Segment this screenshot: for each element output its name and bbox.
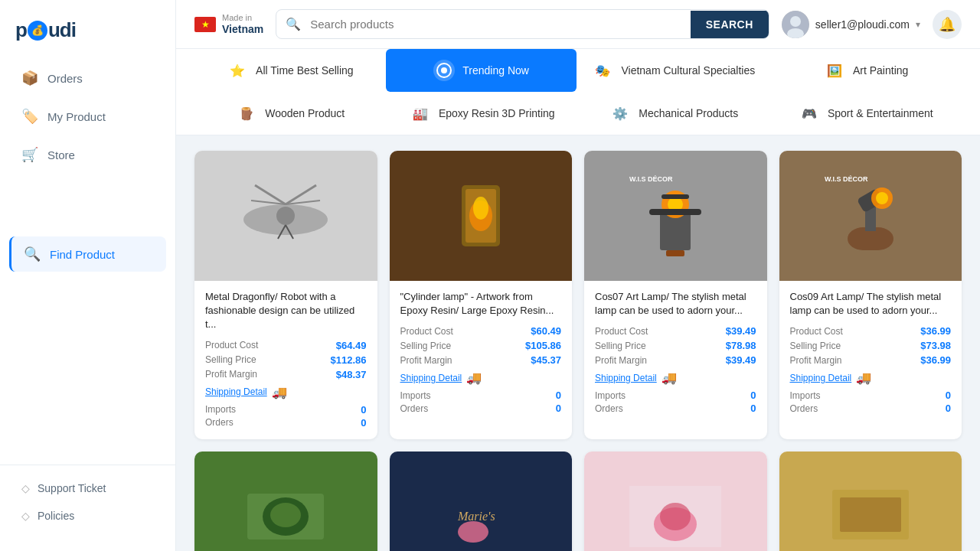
find-product-icon: 🔍: [24, 246, 41, 262]
art-icon: 🖼️: [824, 60, 845, 81]
imports-value-1: 0: [361, 404, 366, 416]
category-sport[interactable]: 🎮 Sport & Entertainment: [770, 92, 962, 135]
category-mechanical[interactable]: ⚙️ Mechanical Products: [578, 92, 770, 135]
user-area[interactable]: seller1@ploudi.com ▾: [782, 11, 920, 38]
content-area: Metal Dragonfly/ Robot with a fashionabl…: [176, 135, 980, 551]
sidebar-item-my-product[interactable]: 🏷️ My Product: [9, 99, 166, 134]
support-label: Support Ticket: [38, 482, 106, 494]
category-vietnam-label: Vietnam Cultural Specialties: [621, 64, 755, 77]
orders-label-1: Orders: [205, 417, 234, 428]
svg-text:Marie's: Marie's: [457, 510, 495, 523]
profit-margin-value-2: $45.37: [531, 354, 561, 366]
star-icon: ⭐: [227, 60, 248, 81]
svg-point-16: [473, 197, 488, 220]
imports-label-3: Imports: [595, 390, 626, 401]
svg-point-32: [270, 503, 301, 527]
svg-point-35: [458, 521, 488, 543]
header: ★ Made in Vietnam 🔍 SEARCH seller1@ploud…: [176, 0, 980, 49]
product-info-4: Cos09 Art Lamp/ The stylish metal lamp c…: [779, 281, 962, 425]
product-image-4: W.I.S DÉCOR: [779, 151, 962, 281]
product-cost-label-1: Product Cost: [205, 340, 258, 350]
store-icon: 🛒: [21, 146, 38, 163]
bottom-product-image-2: Marie's: [390, 452, 573, 551]
sidebar-item-orders[interactable]: 📦 Orders: [9, 60, 166, 96]
user-dropdown-icon: ▾: [916, 19, 920, 30]
shipping-link-1[interactable]: Shipping Detail: [205, 386, 267, 397]
selling-price-value-4: $73.98: [920, 340, 951, 351]
search-input[interactable]: [310, 10, 691, 38]
epoxy-icon: 🏭: [410, 103, 431, 124]
nav-items: 📦 Orders 🏷️ My Product 🛒 Store 🔍 Find Pr…: [0, 60, 175, 465]
category-epoxy[interactable]: 🏭 Epoxy Resin 3D Printing: [387, 92, 579, 135]
policies-icon: ◇: [21, 510, 30, 522]
product-cost-label-4: Product Cost: [790, 326, 843, 337]
made-in-country: Vietnam: [222, 23, 263, 35]
profit-margin-value-3: $39.49: [726, 354, 756, 366]
sport-icon: 🎮: [799, 103, 820, 124]
username: seller1@ploudi.com: [815, 18, 910, 31]
bottom-product-image-1: [194, 452, 377, 551]
imports-value-4: 0: [946, 390, 951, 401]
search-button[interactable]: SEARCH: [691, 11, 769, 38]
product-info-1: Metal Dragonfly/ Robot with a fashionabl…: [194, 281, 377, 439]
category-all-time-label: All Time Best Selling: [256, 64, 354, 77]
shipping-link-3[interactable]: Shipping Detail: [595, 373, 657, 383]
bottom-product-card-1: [194, 452, 377, 551]
mechanical-icon: ⚙️: [609, 103, 631, 124]
shipping-link-2[interactable]: Shipping Detail: [400, 373, 462, 383]
sidebar-footer: ◇ Support Ticket ◇ Policies: [0, 465, 175, 539]
notification-bell[interactable]: 🔔: [933, 10, 962, 39]
product-info-2: "Cylinder lamp" - Artwork from Epoxy Res…: [390, 281, 573, 425]
bottom-product-grid: Marie's: [194, 452, 962, 551]
category-trending-label: Trending Now: [462, 64, 529, 77]
orders-value-4: 0: [946, 403, 951, 414]
sidebar-item-orders-label: Orders: [47, 72, 83, 85]
sidebar: p 💰 udi 📦 Orders 🏷️ My Product 🛒 Store 🔍…: [0, 0, 176, 551]
sidebar-item-policies[interactable]: ◇ Policies: [9, 502, 166, 530]
category-row-1: ⭐ All Time Best Selling Trending Now 🎭 V…: [194, 49, 962, 92]
orders-value-1: 0: [361, 417, 366, 429]
category-trending[interactable]: Trending Now: [386, 49, 577, 92]
vietnam-culture-icon: 🎭: [592, 60, 613, 81]
category-art[interactable]: 🖼️ Art Painting: [770, 49, 962, 92]
profit-margin-value-4: $36.99: [920, 354, 951, 366]
sidebar-item-store[interactable]: 🛒 Store: [9, 137, 166, 172]
category-art-label: Art Painting: [853, 64, 908, 77]
bottom-product-image-3: [584, 452, 767, 551]
product-cost-value-1: $64.49: [336, 340, 367, 351]
shipping-link-4[interactable]: Shipping Detail: [790, 373, 852, 383]
svg-point-4: [441, 67, 447, 73]
svg-rect-23: [666, 250, 684, 256]
category-epoxy-label: Epoxy Resin 3D Printing: [439, 107, 555, 119]
product-card-4: W.I.S DÉCOR Cos09 Art Lamp/ The stylish …: [779, 151, 962, 439]
imports-label-4: Imports: [790, 390, 821, 401]
svg-point-1: [790, 16, 801, 27]
selling-price-value-2: $105.86: [525, 340, 561, 351]
svg-text:W.I.S DÉCOR: W.I.S DÉCOR: [825, 175, 868, 183]
product-title-2: "Cylinder lamp" - Artwork from Epoxy Res…: [400, 290, 562, 318]
main-content: ★ Made in Vietnam 🔍 SEARCH seller1@ploud…: [176, 0, 980, 551]
svg-rect-40: [840, 497, 901, 532]
sidebar-item-store-label: Store: [47, 148, 75, 161]
orders-label-4: Orders: [790, 403, 818, 414]
product-title-4: Cos09 Art Lamp/ The stylish metal lamp c…: [790, 290, 952, 318]
svg-point-29: [876, 192, 888, 204]
sidebar-item-find-product[interactable]: 🔍 Find Product: [9, 236, 166, 272]
bottom-product-card-3: [584, 452, 767, 551]
policies-label: Policies: [38, 510, 74, 522]
sidebar-item-support[interactable]: ◇ Support Ticket: [9, 474, 166, 502]
category-sport-label: Sport & Entertainment: [828, 107, 933, 119]
product-cost-value-3: $39.49: [726, 325, 756, 337]
product-image-1: [194, 151, 377, 281]
category-all-time[interactable]: ⭐ All Time Best Selling: [194, 49, 386, 92]
product-cost-value-2: $60.49: [531, 325, 561, 337]
wooden-icon: 🪵: [236, 103, 257, 124]
category-vietnam[interactable]: 🎭 Vietnam Cultural Specialties: [577, 49, 770, 92]
product-title-1: Metal Dragonfly/ Robot with a fashionabl…: [205, 290, 367, 332]
avatar: [782, 11, 809, 38]
svg-text:W.I.S DÉCOR: W.I.S DÉCOR: [629, 175, 673, 183]
imports-value-3: 0: [750, 390, 756, 401]
bottom-product-image-4: [779, 452, 962, 551]
profit-margin-label-4: Profit Margin: [790, 355, 842, 366]
category-wooden[interactable]: 🪵 Wooden Product: [194, 92, 387, 135]
